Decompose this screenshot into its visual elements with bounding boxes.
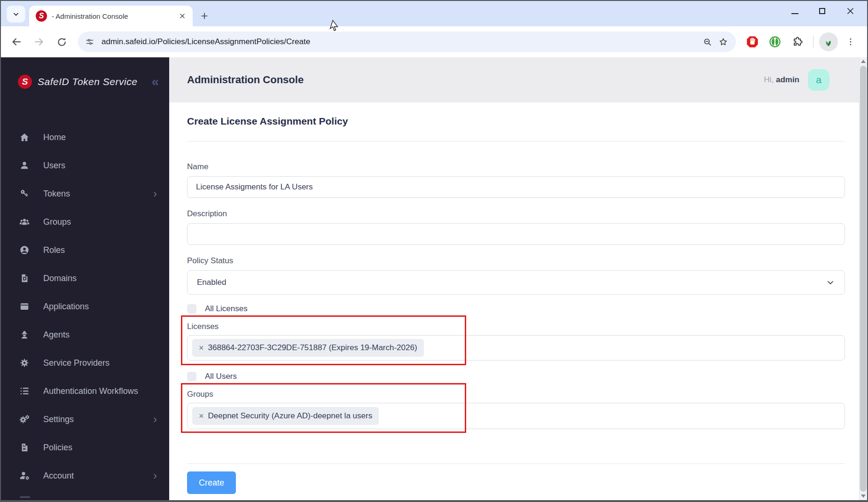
reload-icon bbox=[56, 37, 67, 47]
user-icon bbox=[19, 160, 30, 171]
forward-icon bbox=[33, 36, 45, 47]
profile-plant-icon bbox=[821, 35, 836, 49]
sidebar-item-policies[interactable]: Policies bbox=[1, 433, 169, 462]
sidebar-collapse-button[interactable]: « bbox=[151, 75, 159, 88]
sidebar-item-groups[interactable]: Groups bbox=[1, 208, 169, 236]
chevron-down-icon bbox=[11, 9, 21, 19]
workflow-list-icon bbox=[19, 385, 30, 397]
key-icon bbox=[19, 188, 30, 199]
bookmark-button[interactable] bbox=[715, 34, 731, 50]
all-users-row: All Users bbox=[187, 371, 845, 382]
all-users-checkbox[interactable] bbox=[187, 372, 196, 381]
name-label: Name bbox=[187, 162, 845, 172]
remove-chip-icon[interactable]: × bbox=[199, 343, 204, 353]
sidebar-item-account[interactable]: Account › bbox=[1, 462, 169, 490]
back-icon bbox=[11, 36, 22, 47]
all-licenses-checkbox[interactable] bbox=[187, 304, 196, 314]
close-icon bbox=[179, 12, 186, 20]
applications-icon bbox=[19, 301, 30, 312]
page-title: Create License Assignment Policy bbox=[187, 116, 845, 127]
close-window-button[interactable] bbox=[846, 7, 855, 17]
maximize-icon bbox=[819, 8, 825, 14]
groups-group: Groups × Deepnet Security (Azure AD)-dee… bbox=[187, 390, 845, 429]
sidebar-item-applications[interactable]: Applications bbox=[1, 292, 169, 321]
policy-document-icon bbox=[19, 442, 30, 453]
agent-icon bbox=[19, 329, 30, 340]
sidebar: S SafeID Token Service « Home Users bbox=[1, 57, 169, 500]
sidebar-item-tokens[interactable]: Tokens › bbox=[1, 180, 169, 208]
username: admin bbox=[776, 75, 799, 84]
browser-menu-button[interactable] bbox=[841, 32, 860, 52]
policy-status-select[interactable]: Enabled bbox=[187, 270, 845, 295]
site-settings-icon bbox=[85, 37, 94, 47]
name-input[interactable] bbox=[187, 176, 845, 198]
forward-button[interactable] bbox=[29, 32, 49, 52]
reload-button[interactable] bbox=[52, 32, 71, 52]
policy-status-label: Policy Status bbox=[187, 256, 845, 266]
green-extension-button[interactable] bbox=[765, 32, 785, 52]
main-area: Administration Console Hi, admin a Creat… bbox=[169, 57, 867, 500]
chevron-right-icon: › bbox=[153, 188, 157, 199]
adblock-extension-button[interactable] bbox=[743, 32, 762, 52]
role-badge-icon bbox=[19, 244, 30, 256]
create-button[interactable]: Create bbox=[187, 471, 236, 494]
brand: S SafeID Token Service « bbox=[1, 57, 169, 106]
greeting-text: Hi, admin bbox=[764, 75, 799, 85]
sidebar-item-domains[interactable]: Domains bbox=[1, 264, 169, 292]
kebab-menu-icon bbox=[846, 37, 855, 47]
sidebar-overflow-dash bbox=[20, 496, 30, 498]
scroll-down-arrow[interactable] bbox=[861, 494, 866, 498]
browser-tab[interactable]: S - Administration Console bbox=[29, 6, 193, 26]
description-input[interactable] bbox=[187, 223, 845, 245]
brand-name: SafeID Token Service bbox=[38, 76, 146, 87]
toolbar-separator bbox=[813, 36, 813, 48]
app-title: Administration Console bbox=[187, 74, 764, 86]
profile-button[interactable] bbox=[819, 32, 838, 51]
close-icon bbox=[846, 7, 855, 16]
url-text[interactable]: admin.safeid.io/Policies/LicenseAssignme… bbox=[102, 37, 699, 47]
scrollbar-thumb[interactable] bbox=[860, 66, 867, 492]
vertical-scrollbar[interactable] bbox=[859, 57, 867, 500]
tab-search-button[interactable] bbox=[7, 6, 25, 23]
all-users-label: All Users bbox=[205, 372, 237, 381]
browser-window: S - Administration Console bbox=[0, 0, 868, 502]
extensions-menu-button[interactable] bbox=[788, 32, 807, 52]
tab-close-button[interactable] bbox=[177, 10, 188, 22]
sidebar-item-agents[interactable]: Agents bbox=[1, 321, 169, 349]
star-icon bbox=[718, 37, 728, 47]
main-header: Administration Console Hi, admin a bbox=[169, 57, 867, 102]
license-chip-text: 368864-22703F-3C29DE-751887 (Expires 19-… bbox=[208, 343, 417, 353]
site-info-button[interactable] bbox=[82, 34, 98, 50]
licenses-label: Licenses bbox=[187, 322, 845, 331]
new-tab-button[interactable] bbox=[196, 8, 212, 24]
sidebar-item-roles[interactable]: Roles bbox=[1, 236, 169, 264]
gears-icon bbox=[19, 414, 30, 425]
chevron-right-icon: › bbox=[153, 470, 157, 481]
license-chip: × 368864-22703F-3C29DE-751887 (Expires 1… bbox=[192, 339, 424, 357]
account-gear-icon bbox=[19, 470, 30, 481]
description-label: Description bbox=[187, 209, 845, 219]
back-button[interactable] bbox=[7, 32, 26, 52]
chevron-right-icon: › bbox=[153, 414, 157, 425]
scroll-up-arrow[interactable] bbox=[861, 60, 866, 63]
zoom-button[interactable] bbox=[699, 34, 715, 50]
sidebar-item-service-providers[interactable]: Service Providers bbox=[1, 349, 169, 377]
avatar[interactable]: a bbox=[808, 69, 829, 91]
groups-multiselect[interactable]: × Deepnet Security (Azure AD)-deepnet la… bbox=[187, 403, 845, 429]
page-content: Create License Assignment Policy Name De… bbox=[169, 102, 867, 500]
address-bar[interactable]: admin.safeid.io/Policies/LicenseAssignme… bbox=[78, 31, 736, 52]
minimize-button[interactable] bbox=[791, 8, 798, 16]
sidebar-item-settings[interactable]: Settings › bbox=[1, 405, 169, 433]
licenses-group: Licenses × 368864-22703F-3C29DE-751887 (… bbox=[187, 322, 845, 361]
green-circle-icon bbox=[768, 35, 782, 48]
browser-toolbar: admin.safeid.io/Policies/LicenseAssignme… bbox=[1, 26, 867, 57]
licenses-multiselect[interactable]: × 368864-22703F-3C29DE-751887 (Expires 1… bbox=[187, 335, 845, 361]
sidebar-item-home[interactable]: Home bbox=[1, 123, 169, 151]
sidebar-item-authentication-workflows[interactable]: Authentication Workflows bbox=[1, 377, 169, 405]
sidebar-nav: Home Users Tokens › bbox=[1, 106, 169, 498]
group-chip: × Deepnet Security (Azure AD)-deepnet la… bbox=[192, 407, 379, 425]
sidebar-item-users[interactable]: Users bbox=[1, 151, 169, 180]
maximize-button[interactable] bbox=[819, 8, 825, 16]
remove-chip-icon[interactable]: × bbox=[199, 411, 204, 421]
divider bbox=[187, 463, 845, 464]
